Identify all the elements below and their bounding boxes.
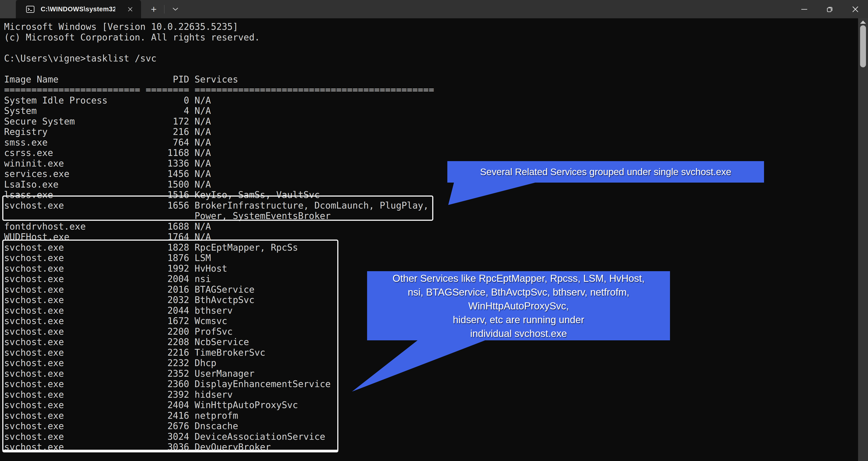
chevron-down-icon: [172, 7, 179, 11]
callout1-text: Several Related Services grouped under s…: [480, 166, 731, 177]
tab-cmd[interactable]: C:\WINDOWS\system32\cmd.: [16, 0, 141, 18]
tab-dropdown-button[interactable]: [166, 0, 184, 18]
close-button[interactable]: [842, 0, 868, 18]
callout2-line: nsi, BTAGService, BthAvctpSvc, bthserv, …: [408, 285, 629, 299]
callout-individual-services: Other Services like RpcEptMapper, Rpcss,…: [367, 271, 670, 340]
window-controls: [792, 0, 868, 18]
terminal-window: C:\WINDOWS\system32\cmd. +: [0, 0, 868, 461]
callout2-line: Other Services like RpcEptMapper, Rpcss,…: [393, 271, 645, 285]
tab-strip-divider: [164, 5, 164, 13]
close-icon: [852, 6, 859, 13]
highlight-box-svchost-1656: [2, 195, 433, 221]
callout-grouped-services: Several Related Services grouped under s…: [447, 161, 764, 183]
restore-button[interactable]: [817, 0, 842, 18]
highlight-box-svchost-group: [2, 240, 338, 453]
minimize-icon: [801, 6, 808, 13]
callout1-tail: [448, 181, 541, 205]
scroll-up-icon[interactable]: [860, 21, 866, 24]
minimize-button[interactable]: [792, 0, 817, 18]
terminal-screen[interactable]: Microsoft Windows [Version 10.0.22635.52…: [0, 18, 868, 461]
callout2-line: WinHttpAutoProxySvc,: [468, 299, 569, 313]
callout2-line: hidserv, etc are running under: [453, 313, 584, 327]
restore-icon: [826, 6, 833, 13]
callout2-line: individual svchost.exe: [470, 327, 567, 340]
tab-title: C:\WINDOWS\system32\cmd.: [41, 5, 115, 13]
scrollbar-thumb[interactable]: [860, 25, 866, 67]
terminal-scrollbar[interactable]: [858, 18, 868, 461]
titlebar: C:\WINDOWS\system32\cmd. +: [0, 0, 868, 18]
new-tab-button[interactable]: +: [145, 0, 163, 18]
titlebar-corner: [0, 0, 16, 18]
tab-close-icon[interactable]: [126, 5, 135, 14]
cmd-icon: [26, 5, 35, 14]
